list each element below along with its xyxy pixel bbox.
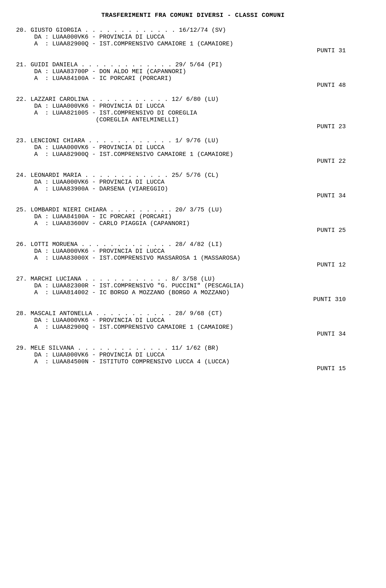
entry-24-da: DA : LUAA000VK6 - PROVINCIA DI LUCCA <box>16 179 370 186</box>
entry-28-punti: PUNTI 34 <box>16 331 370 338</box>
entry-26-a: A : LUAA83000X - IST.COMPRENSIVO MASSARO… <box>16 255 370 262</box>
entry-28-a: A : LUAA82900Q - IST.COMPRENSIVO CAMAIOR… <box>16 324 370 331</box>
entry-25-a: A : LUAA83600V - CARLO PIAGGIA (CAPANNOR… <box>16 220 370 227</box>
entry-25-name: 25. LOMBARDI NIERI CHIARA . . . . . . . … <box>16 207 370 213</box>
entry-29: 29. MELE SILVANA . . . . . . . . . . . .… <box>16 345 370 372</box>
entry-20-punti: PUNTI 31 <box>16 47 370 54</box>
entry-29-da: DA : LUAA000VK6 - PROVINCIA DI LUCCA <box>16 352 370 359</box>
entry-21-punti: PUNTI 48 <box>16 82 370 89</box>
entry-24-punti: PUNTI 34 <box>16 193 370 199</box>
entry-23-a: A : LUAA82900Q - IST.COMPRENSIVO CAMAIOR… <box>16 151 370 158</box>
entry-21-name: 21. GUIDI DANIELA . . . . . . . . . . . … <box>16 61 370 68</box>
entry-29-punti: PUNTI 15 <box>16 365 370 372</box>
entry-27: 27. MARCHI LUCIANA . . . . . . . . . . .… <box>16 276 370 303</box>
entry-26-name: 26. LOTTI MORUENA . . . . . . . . . . . … <box>16 241 370 248</box>
entry-22-punti: PUNTI 23 <box>16 123 370 130</box>
entry-27-a: A : LUAA814002 - IC BORGO A MOZZANO (BOR… <box>16 289 370 296</box>
entry-22-name: 22. LAZZARI CAROLINA . . . . . . . . . .… <box>16 96 370 103</box>
entry-28: 28. MASCALI ANTONELLA . . . . . . . . . … <box>16 310 370 338</box>
entry-20: 20. GIUSTO GIORGIA . . . . . . . . . . .… <box>16 27 370 54</box>
entry-23-punti: PUNTI 22 <box>16 158 370 165</box>
entry-28-name: 28. MASCALI ANTONELLA . . . . . . . . . … <box>16 310 370 317</box>
entry-21-da: DA : LUAA83700P - DON ALDO MEI (CAPANNOR… <box>16 68 370 75</box>
entry-23: 23. LENCIONI CHIARA . . . . . . . . . . … <box>16 137 370 165</box>
entry-26: 26. LOTTI MORUENA . . . . . . . . . . . … <box>16 241 370 268</box>
entry-25-da: DA : LUAA84100A - IC PORCARI (PORCARI) <box>16 213 370 220</box>
entry-24-name: 24. LEONARDI MARIA . . . . . . . . . . .… <box>16 172 370 179</box>
entry-29-name: 29. MELE SILVANA . . . . . . . . . . . .… <box>16 345 370 352</box>
entry-20-name: 20. GIUSTO GIORGIA . . . . . . . . . . .… <box>16 27 370 34</box>
entry-22-da: DA : LUAA000VK6 - PROVINCIA DI LUCCA <box>16 103 370 110</box>
entry-27-punti: PUNTI 310 <box>16 296 370 303</box>
entry-24: 24. LEONARDI MARIA . . . . . . . . . . .… <box>16 172 370 199</box>
entry-27-name: 27. MARCHI LUCIANA . . . . . . . . . . .… <box>16 276 370 283</box>
entry-22-extra: (COREGLIA ANTELMINELLI) <box>16 117 370 123</box>
entry-21: 21. GUIDI DANIELA . . . . . . . . . . . … <box>16 61 370 89</box>
entry-26-da: DA : LUAA000VK6 - PROVINCIA DI LUCCA <box>16 248 370 255</box>
entry-27-da: DA : LUAA82300R - IST.COMPRENSIVO "G. PU… <box>16 283 370 289</box>
entry-21-a: A : LUAA84100A - IC PORCARI (PORCARI) <box>16 75 370 82</box>
page-title: TRASFERIMENTI FRA COMUNI DIVERSI - CLASS… <box>16 12 370 19</box>
entry-29-a: A : LUAA84500N - ISTITUTO COMPRENSIVO LU… <box>16 359 370 365</box>
entry-25-punti: PUNTI 25 <box>16 227 370 234</box>
entry-22: 22. LAZZARI CAROLINA . . . . . . . . . .… <box>16 96 370 130</box>
entry-23-da: DA : LUAA000VK6 - PROVINCIA DI LUCCA <box>16 144 370 151</box>
entry-23-name: 23. LENCIONI CHIARA . . . . . . . . . . … <box>16 137 370 144</box>
entry-20-a: A : LUAA82900Q - IST.COMPRENSIVO CAMAIOR… <box>16 41 370 47</box>
entry-24-a: A : LUAA83900A - DARSENA (VIAREGGIO) <box>16 186 370 193</box>
entry-28-da: DA : LUAA000VK6 - PROVINCIA DI LUCCA <box>16 317 370 324</box>
entries-container: 20. GIUSTO GIORGIA . . . . . . . . . . .… <box>16 27 370 372</box>
entry-22-a: A : LUAA821005 - IST.COMPRENSIVO DI CORE… <box>16 110 370 117</box>
entry-26-punti: PUNTI 12 <box>16 262 370 268</box>
entry-25: 25. LOMBARDI NIERI CHIARA . . . . . . . … <box>16 207 370 234</box>
entry-20-da: DA : LUAA000VK6 - PROVINCIA DI LUCCA <box>16 34 370 41</box>
